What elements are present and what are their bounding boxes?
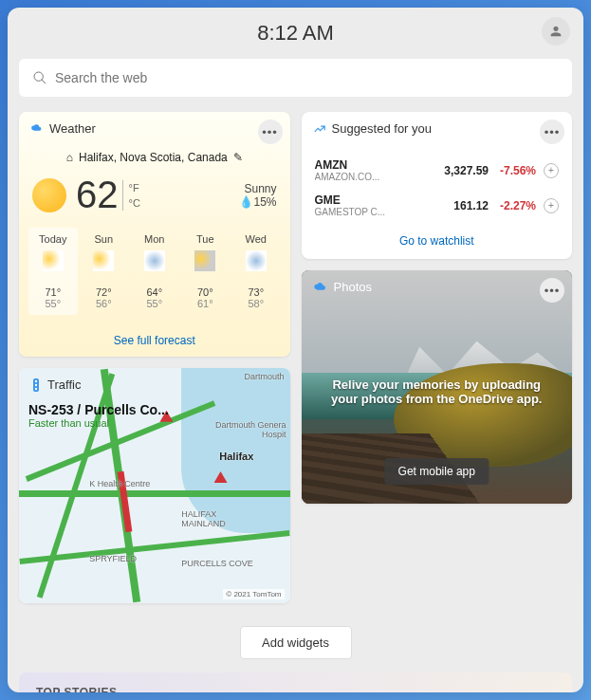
traffic-status: Faster than usual [28, 417, 169, 429]
photos-more-button[interactable]: ••• [540, 278, 564, 303]
see-full-forecast-link[interactable]: See full forecast [19, 324, 290, 357]
weather-card[interactable]: Weather ••• ⌂ Halifax, Nova Scotia, Cana… [19, 112, 290, 357]
edit-icon[interactable]: ✎ [233, 151, 243, 164]
person-icon [548, 24, 563, 39]
forecast-day[interactable]: Today71°55° [28, 228, 78, 315]
follow-button[interactable]: + [544, 163, 559, 178]
forecast-day[interactable]: Wed73°58° [231, 228, 281, 315]
weather-more-button[interactable]: ••• [258, 120, 283, 144]
traffic-card[interactable]: Traffic Halifax Dartmouth HALIFAX MAINLA… [19, 368, 290, 603]
map-label: Halifax [219, 451, 253, 462]
map-label: HALIFAX MAINLAND [181, 509, 226, 528]
stock-row[interactable]: GMEGAMESTOP C... 161.12 -2.27% + [302, 188, 573, 223]
stocks-title: Suggested for you [332, 121, 433, 136]
go-to-watchlist-link[interactable]: Go to watchlist [302, 223, 573, 259]
traffic-icon [30, 378, 42, 392]
map-label: K Health Centre [89, 479, 150, 488]
current-weather-icon [32, 178, 66, 212]
unit-f[interactable]: °F [129, 182, 140, 193]
top-stories-heading[interactable]: TOP STORIES [19, 672, 572, 692]
forecast-row: Today71°55° Sun72°56° Mon64°55° Tue70°61… [19, 228, 290, 324]
humidity: 💧15% [239, 195, 276, 209]
add-widgets-button[interactable]: Add widgets [240, 626, 352, 659]
condition: Sunny [239, 182, 276, 195]
profile-button[interactable] [542, 17, 570, 46]
photos-title: Photos [334, 280, 372, 294]
map-copyright: © 2021 TomTom [223, 589, 284, 599]
map-label: SPRYFIELD [89, 554, 137, 563]
traffic-route: NS-253 / Purcells Co... [28, 402, 169, 417]
weather-location[interactable]: ⌂ Halifax, Nova Scotia, Canada ✎ [19, 145, 290, 174]
search-input[interactable] [55, 70, 559, 85]
svg-point-0 [34, 72, 43, 81]
forecast-day[interactable]: Mon64°55° [130, 228, 179, 315]
forecast-day[interactable]: Sun72°56° [80, 228, 129, 315]
clock: 8:12 AM [257, 21, 334, 46]
unit-c[interactable]: °C [129, 197, 140, 209]
forecast-day[interactable]: Tue70°61° [181, 228, 231, 315]
current-temp: 62 [76, 174, 119, 216]
search-bar[interactable] [19, 59, 572, 97]
search-icon [32, 70, 47, 85]
stocks-more-button[interactable]: ••• [540, 120, 564, 144]
weather-icon [30, 122, 44, 136]
traffic-title: Traffic [47, 378, 81, 392]
follow-button[interactable]: + [544, 198, 559, 213]
get-mobile-app-button[interactable]: Get mobile app [385, 458, 489, 485]
map-label: Dartmouth Genera Hospit [215, 420, 286, 439]
onedrive-icon [313, 280, 328, 294]
weather-title: Weather [49, 121, 96, 136]
svg-point-5 [35, 387, 37, 389]
svg-point-3 [35, 379, 37, 381]
map-label: PURCELLS COVE [181, 559, 253, 568]
photos-card[interactable]: Photos ••• Relive your memories by uploa… [302, 270, 573, 504]
svg-point-4 [35, 383, 37, 385]
stocks-card[interactable]: Suggested for you ••• AMZNAMAZON.CO... 3… [302, 112, 573, 259]
home-icon: ⌂ [66, 151, 73, 164]
map-label: Dartmouth [244, 372, 284, 381]
photos-text: Relive your memories by uploading your p… [302, 378, 573, 406]
chart-icon [313, 122, 326, 136]
svg-line-1 [42, 80, 46, 83]
stock-row[interactable]: AMZNAMAZON.CO... 3,327.59 -7.56% + [302, 153, 573, 188]
